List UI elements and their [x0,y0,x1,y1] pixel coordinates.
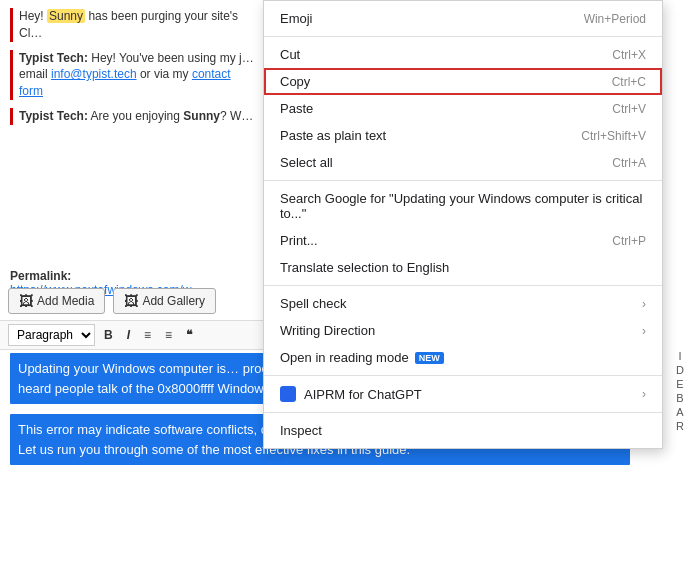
menu-sep-4 [264,375,662,376]
aiprm-icon [280,386,296,402]
paragraph-select[interactable]: Paragraph [8,324,95,346]
reading-mode-group: Open in reading mode NEW [280,350,444,365]
sidebar-letter-b: B [676,392,683,404]
bold-button[interactable]: B [99,326,118,344]
menu-label-inspect: Inspect [280,423,322,438]
add-media-icon: 🖼 [19,293,33,309]
menu-item-cut[interactable]: Cut Ctrl+X [264,41,662,68]
menu-item-spell-check[interactable]: Spell check › [264,290,662,317]
menu-label-emoji: Emoji [280,11,313,26]
menu-item-copy[interactable]: Copy Ctrl+C [264,68,662,95]
menu-item-emoji[interactable]: Emoji Win+Period [264,5,662,32]
menu-item-select-all[interactable]: Select all Ctrl+A [264,149,662,176]
menu-shortcut-emoji: Win+Period [584,12,646,26]
writing-direction-arrow-icon: › [642,324,646,338]
menu-label-paste: Paste [280,101,313,116]
add-gallery-label: Add Gallery [142,294,205,308]
sidebar-letter-a: A [676,406,683,418]
menu-shortcut-copy: Ctrl+C [612,75,646,89]
menu-shortcut-paste: Ctrl+V [612,102,646,116]
menu-label-translate: Translate selection to English [280,260,449,275]
sidebar-letter-d: D [676,364,684,376]
menu-label-paste-plain: Paste as plain text [280,128,386,143]
menu-label-search-google: Search Google for "Updating your Windows… [280,191,646,221]
menu-sep-3 [264,285,662,286]
menu-item-print[interactable]: Print... Ctrl+P [264,227,662,254]
spell-check-arrow-icon: › [642,297,646,311]
menu-shortcut-cut: Ctrl+X [612,48,646,62]
menu-label-writing-direction: Writing Direction [280,323,375,338]
highlight-sunny: Sunny [47,9,85,23]
menu-label-copy: Copy [280,74,310,89]
chat-area: Hey! Sunny has been purging your site's … [0,0,265,141]
quote-button[interactable]: ❝ [181,326,197,344]
add-media-button[interactable]: 🖼 Add Media [8,288,105,314]
menu-item-search-google[interactable]: Search Google for "Updating your Windows… [264,185,662,227]
sidebar-letter-i: I [678,350,681,362]
chat-msg-3: Typist Tech: Are you enjoying Sunny? W… [10,108,255,125]
media-buttons: 🖼 Add Media 🖼 Add Gallery [8,288,216,314]
right-sidebar: I D E B A R [670,345,690,432]
menu-label-cut: Cut [280,47,300,62]
menu-shortcut-select-all: Ctrl+A [612,156,646,170]
menu-sep-1 [264,36,662,37]
menu-label-select-all: Select all [280,155,333,170]
sidebar-letter-r: R [676,420,684,432]
menu-label-reading-mode: Open in reading mode [280,350,409,365]
menu-item-paste[interactable]: Paste Ctrl+V [264,95,662,122]
menu-label-print: Print... [280,233,318,248]
menu-sep-5 [264,412,662,413]
permalink-label: Permalink: [10,269,71,283]
menu-shortcut-paste-plain: Ctrl+Shift+V [581,129,646,143]
menu-item-aiprm[interactable]: AIPRM for ChatGPT › [264,380,662,408]
add-gallery-icon: 🖼 [124,293,138,309]
italic-button[interactable]: I [122,326,135,344]
add-gallery-button[interactable]: 🖼 Add Gallery [113,288,216,314]
menu-item-reading-mode[interactable]: Open in reading mode NEW [264,344,662,371]
menu-item-inspect[interactable]: Inspect [264,417,662,444]
add-media-label: Add Media [37,294,94,308]
menu-item-paste-plain[interactable]: Paste as plain text Ctrl+Shift+V [264,122,662,149]
menu-label-spell-check: Spell check [280,296,346,311]
context-menu: Emoji Win+Period Cut Ctrl+X Copy Ctrl+C … [263,0,663,449]
chat-msg-1: Hey! Sunny has been purging your site's … [10,8,255,42]
sidebar-letter-e: E [676,378,683,390]
menu-item-writing-direction[interactable]: Writing Direction › [264,317,662,344]
chat-msg-2: Typist Tech: Hey! You've been using my j… [10,50,255,100]
menu-sep-2 [264,180,662,181]
menu-shortcut-print: Ctrl+P [612,234,646,248]
ul-button[interactable]: ≡ [139,326,156,344]
aiprm-arrow-icon: › [642,387,646,401]
reading-mode-new-badge: NEW [415,352,444,364]
aiprm-group: AIPRM for ChatGPT [280,386,422,402]
ol-button[interactable]: ≡ [160,326,177,344]
menu-item-translate[interactable]: Translate selection to English [264,254,662,281]
menu-label-aiprm: AIPRM for ChatGPT [304,387,422,402]
